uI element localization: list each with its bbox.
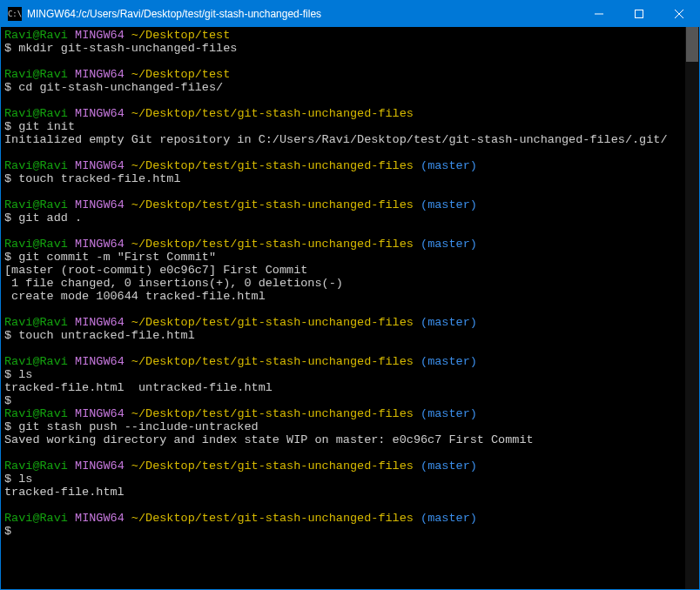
prompt-line: Ravi@Ravi MINGW64 ~/Desktop/test/git-sta…: [4, 316, 696, 329]
prompt-line: Ravi@Ravi MINGW64 ~/Desktop/test: [4, 29, 696, 42]
prompt-dollar: $: [4, 473, 11, 486]
prompt-user: Ravi@Ravi: [4, 107, 68, 120]
terminal-body[interactable]: Ravi@Ravi MINGW64 ~/Desktop/test$ mkdir …: [1, 27, 699, 589]
command-text: touch untracked-file.html: [18, 329, 195, 342]
output-line: 1 file changed, 0 insertions(+), 0 delet…: [4, 277, 696, 290]
blank-line: [4, 185, 696, 198]
window-controls: [579, 1, 699, 27]
prompt-branch: (master): [421, 316, 477, 329]
command-text: ls: [18, 368, 32, 381]
output-line: tracked-file.html: [4, 486, 696, 499]
prompt-shell: MINGW64: [75, 68, 125, 81]
command-line: $ git init: [4, 120, 696, 133]
command-line: $ ls: [4, 368, 696, 381]
prompt-user: Ravi@Ravi: [4, 238, 68, 251]
prompt-shell: MINGW64: [75, 459, 125, 473]
prompt-user: Ravi@Ravi: [4, 198, 68, 211]
prompt-branch: (master): [421, 355, 477, 368]
prompt-dollar: $: [4, 329, 11, 342]
prompt-shell: MINGW64: [75, 29, 125, 42]
prompt-path: ~/Desktop/test/git-stash-unchanged-files: [131, 355, 414, 368]
prompt-dollar: $: [4, 172, 11, 185]
blank-line: [4, 146, 696, 159]
minimize-button[interactable]: [579, 1, 619, 27]
command-line: $ cd git-stash-unchanged-files/: [4, 81, 696, 94]
prompt-branch: (master): [421, 407, 477, 420]
blank-line: [4, 55, 696, 68]
prompt-line: Ravi@Ravi MINGW64 ~/Desktop/test: [4, 68, 696, 81]
prompt-branch: (master): [421, 198, 477, 211]
prompt-dollar: $: [4, 211, 11, 225]
minimize-icon: [595, 10, 603, 18]
prompt-user: Ravi@Ravi: [4, 68, 68, 81]
blank-line: [4, 225, 696, 238]
prompt-shell: MINGW64: [75, 355, 125, 368]
prompt-path: ~/Desktop/test/git-stash-unchanged-files: [131, 407, 414, 420]
prompt-shell: MINGW64: [75, 159, 125, 172]
blank-line: [4, 446, 696, 459]
output-line: create mode 100644 tracked-file.html: [4, 290, 696, 303]
prompt-line: Ravi@Ravi MINGW64 ~/Desktop/test/git-sta…: [4, 355, 696, 368]
prompt-user: Ravi@Ravi: [4, 459, 68, 473]
command-text: touch tracked-file.html: [18, 172, 180, 185]
prompt-path: ~/Desktop/test/git-stash-unchanged-files: [131, 198, 414, 211]
prompt-user: Ravi@Ravi: [4, 29, 68, 42]
command-line: $ mkdir git-stash-unchanged-files: [4, 42, 696, 55]
prompt-dollar: $: [4, 368, 11, 381]
scrollbar-thumb[interactable]: [686, 27, 698, 62]
blank-line: [4, 499, 696, 512]
prompt-user: Ravi@Ravi: [4, 316, 68, 329]
prompt-path: ~/Desktop/test/git-stash-unchanged-files: [131, 238, 414, 251]
svg-rect-1: [636, 10, 643, 18]
prompt-dollar: $: [4, 120, 11, 133]
command-line: $ touch tracked-file.html: [4, 172, 696, 185]
prompt-line: Ravi@Ravi MINGW64 ~/Desktop/test/git-sta…: [4, 459, 696, 473]
titlebar[interactable]: C:\ MINGW64:/c/Users/Ravi/Desktop/test/g…: [1, 1, 699, 27]
prompt-dollar: $: [4, 42, 11, 55]
command-text: cd git-stash-unchanged-files/: [18, 81, 223, 94]
prompt-path: ~/Desktop/test/git-stash-unchanged-files: [131, 316, 414, 329]
prompt-path: ~/Desktop/test/git-stash-unchanged-files: [131, 159, 414, 172]
prompt-dollar: $: [4, 420, 11, 433]
maximize-button[interactable]: [619, 1, 659, 27]
command-line: $ ls: [4, 473, 696, 486]
prompt-dollar: $: [4, 525, 11, 538]
output-line: [master (root-commit) e0c96c7] First Com…: [4, 264, 696, 277]
prompt-shell: MINGW64: [75, 512, 125, 525]
command-line: $ git stash push --include-untracked: [4, 420, 696, 433]
prompt-shell: MINGW64: [75, 107, 125, 120]
command-text: ls: [18, 473, 32, 486]
prompt-path: ~/Desktop/test/git-stash-unchanged-files: [131, 512, 414, 525]
prompt-line: Ravi@Ravi MINGW64 ~/Desktop/test/git-sta…: [4, 238, 696, 251]
prompt-shell: MINGW64: [75, 238, 125, 251]
prompt-user: Ravi@Ravi: [4, 407, 68, 420]
prompt-user: Ravi@Ravi: [4, 159, 68, 172]
command-line: $: [4, 525, 696, 538]
prompt-user: Ravi@Ravi: [4, 355, 68, 368]
blank-line: [4, 94, 696, 107]
terminal-window: C:\ MINGW64:/c/Users/Ravi/Desktop/test/g…: [0, 0, 700, 590]
prompt-line: Ravi@Ravi MINGW64 ~/Desktop/test/git-sta…: [4, 107, 696, 120]
blank-line: [4, 303, 696, 316]
prompt-branch: (master): [421, 512, 477, 525]
prompt-shell: MINGW64: [75, 198, 125, 211]
scrollbar[interactable]: [685, 27, 699, 589]
prompt-dollar: $: [4, 81, 11, 94]
prompt-path: ~/Desktop/test/git-stash-unchanged-files: [131, 459, 414, 473]
output-line: Initialized empty Git repository in C:/U…: [4, 133, 696, 146]
close-button[interactable]: [659, 1, 699, 27]
prompt-path: ~/Desktop/test: [131, 68, 230, 81]
command-text: git add .: [18, 211, 82, 225]
prompt-line: Ravi@Ravi MINGW64 ~/Desktop/test/git-sta…: [4, 159, 696, 172]
prompt-path: ~/Desktop/test: [131, 29, 230, 42]
close-icon: [675, 10, 683, 18]
app-icon: C:\: [8, 7, 22, 21]
command-text: git commit -m "First Commit": [18, 251, 216, 264]
trailing-dollar: $: [4, 394, 696, 407]
prompt-branch: (master): [421, 238, 477, 251]
command-line: $ git commit -m "First Commit": [4, 251, 696, 264]
output-line: tracked-file.html untracked-file.html: [4, 381, 696, 394]
command-text: git stash push --include-untracked: [18, 420, 258, 433]
prompt-dollar: $: [4, 251, 11, 264]
prompt-user: Ravi@Ravi: [4, 512, 68, 525]
